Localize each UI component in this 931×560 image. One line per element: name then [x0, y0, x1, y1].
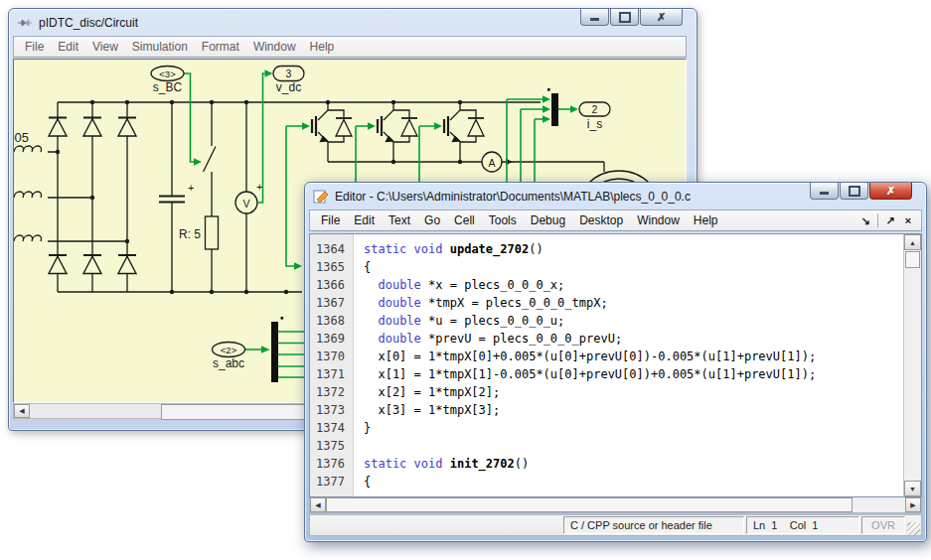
close-button[interactable]: ✗ [869, 183, 912, 200]
vscroll-thumb[interactable] [905, 251, 920, 268]
menu-item-go[interactable]: Go [417, 211, 447, 229]
inductor-phase-b[interactable] [14, 192, 92, 198]
line-number: 1368 [310, 312, 353, 330]
close-button[interactable]: ✗ [640, 9, 683, 26]
scroll-left-arrow[interactable]: ◀ [14, 404, 30, 418]
menu-item-file[interactable]: File [314, 211, 347, 229]
tag-sabc-value: <2> [221, 345, 237, 355]
menu-item-simulation[interactable]: Simulation [125, 38, 195, 56]
dock-icon[interactable]: ↘ [856, 214, 874, 227]
line-number: 1367 [310, 294, 353, 312]
igbt-leg-1[interactable] [312, 102, 352, 162]
menu-item-window[interactable]: Window [246, 38, 303, 56]
code-line[interactable]: { [364, 258, 903, 276]
line-number: 1364 [310, 240, 353, 258]
menu-item-desktop[interactable]: Desktop [572, 211, 630, 229]
menu-item-text[interactable]: Text [382, 211, 417, 229]
line-number: 1375 [310, 437, 353, 455]
line-number: 1371 [310, 365, 353, 383]
code-line[interactable]: double *prevU = plecs_0_0_0_prevU; [364, 330, 903, 348]
menu-item-format[interactable]: Format [195, 38, 246, 56]
code-line[interactable]: x[3] = 1*tmpX[3]; [364, 401, 903, 419]
editor-menubar: FileEditTextGoCellToolsDebugDesktopWindo… [309, 210, 922, 231]
menu-item-window[interactable]: Window [630, 211, 687, 229]
scroll-right-arrow[interactable]: ▶ [905, 497, 921, 512]
editor-titlebar[interactable]: Editor - C:\Users\Administrator\Document… [305, 183, 926, 210]
editor-window-title: Editor - C:\Users\Administrator\Document… [335, 190, 691, 204]
inductor-phase-a[interactable] [14, 146, 58, 152]
menu-item-edit[interactable]: Edit [51, 38, 85, 56]
restore-button[interactable] [610, 9, 639, 26]
code-line[interactable]: double *x = plecs_0_0_0_x; [364, 276, 903, 294]
voltmeter-plus: + [256, 181, 262, 193]
file-type-indicator: C / CPP source or header file [563, 516, 744, 534]
mux-dot [547, 88, 550, 91]
code-line[interactable]: static void init_2702() [364, 455, 903, 473]
editor-vertical-scrollbar[interactable]: ▲ ▼ [903, 234, 921, 496]
igbt-leg-2[interactable] [378, 102, 417, 162]
editor-horizontal-scrollbar[interactable]: ◀ ▶ [309, 497, 922, 513]
code-line[interactable]: x[1] = 1*tmpX[1]-0.005*(u[0]+prevU[0])+0… [364, 365, 903, 383]
restore-button[interactable] [840, 183, 868, 200]
port-is-label: i_s [587, 117, 602, 131]
igbt-leg-3[interactable] [444, 102, 484, 162]
menu-item-help[interactable]: Help [687, 211, 725, 229]
line-number: 1377 [310, 473, 353, 490]
code-line[interactable]: } [364, 419, 903, 437]
inductor-phase-c[interactable] [14, 235, 127, 241]
circuit-titlebar[interactable]: pIDTC_disc/Circuit ✗ [9, 9, 697, 36]
line-number: 1372 [310, 383, 353, 401]
code-line[interactable] [364, 437, 903, 455]
line-number: 1365 [310, 258, 353, 276]
undock-icon[interactable]: ↗ [881, 214, 899, 227]
capacitor-plus: + [188, 182, 194, 194]
breaker-switch[interactable] [204, 102, 217, 292]
circuit-menubar: FileEditViewSimulationFormatWindowHelp [13, 36, 687, 58]
scroll-left-arrow[interactable]: ◀ [310, 497, 326, 512]
line-number: 1370 [310, 348, 353, 365]
port-is-number: 2 [592, 103, 598, 115]
mux-block[interactable] [551, 93, 558, 126]
line-number-gutter: 1364136513661367136813691370137113721373… [310, 234, 354, 496]
line-number: 1376 [310, 455, 353, 473]
inverter-output-rail[interactable] [328, 162, 604, 172]
code-line[interactable]: { [364, 473, 903, 490]
code-line[interactable]: double *tmpX = plecs_0_0_0_tmpX; [364, 294, 903, 312]
menu-item-debug[interactable]: Debug [524, 211, 572, 229]
toolbar-separator [877, 213, 878, 227]
demux-block[interactable] [271, 322, 278, 382]
block-label-partial: 0005 [14, 130, 29, 145]
close-file-icon[interactable]: × [899, 214, 917, 226]
code-editor[interactable]: static void update_2702(){ double *x = p… [354, 234, 903, 496]
code-line[interactable]: x[2] = 1*tmpX[2]; [364, 383, 903, 401]
code-line[interactable]: x[0] = 1*tmpX[0]+0.005*(u[0]+prevU[0])-0… [364, 348, 903, 365]
scroll-down-arrow[interactable]: ▼ [904, 481, 921, 496]
hscroll-thumb[interactable] [326, 497, 853, 512]
menu-item-tools[interactable]: Tools [482, 211, 524, 229]
tag-sabc-label: s_abc [213, 356, 244, 370]
line-number: 1369 [310, 330, 353, 348]
menu-item-view[interactable]: View [85, 38, 125, 56]
editor-statusbar: C / CPP source or header file Ln 1 Col 1… [309, 514, 922, 536]
brake-resistor[interactable] [206, 216, 219, 249]
minimize-button[interactable] [580, 9, 609, 26]
minimize-button[interactable] [810, 183, 839, 200]
line-number: 1373 [310, 401, 353, 419]
menu-item-file[interactable]: File [18, 38, 51, 56]
line-number: 1366 [310, 276, 353, 294]
resize-grip[interactable] [907, 522, 920, 535]
editor-app-icon [313, 190, 329, 204]
menu-item-cell[interactable]: Cell [447, 211, 482, 229]
tag-sbc-value: <3> [159, 69, 176, 79]
resistor-label: R: 5 [179, 227, 201, 241]
circuit-window-title: pIDTC_disc/Circuit [39, 16, 138, 30]
menu-item-edit[interactable]: Edit [347, 211, 382, 229]
port-vdc-number: 3 [286, 68, 292, 79]
code-line[interactable]: double *u = plecs_0_0_0_u; [364, 312, 903, 330]
menu-item-help[interactable]: Help [303, 38, 342, 56]
scroll-up-arrow[interactable]: ▲ [904, 234, 921, 250]
ammeter-letter: A [488, 157, 495, 169]
code-line[interactable]: static void update_2702() [364, 240, 903, 258]
line-col-indicator: Ln 1 Col 1 [746, 516, 859, 534]
overwrite-indicator: OVR [861, 516, 905, 534]
